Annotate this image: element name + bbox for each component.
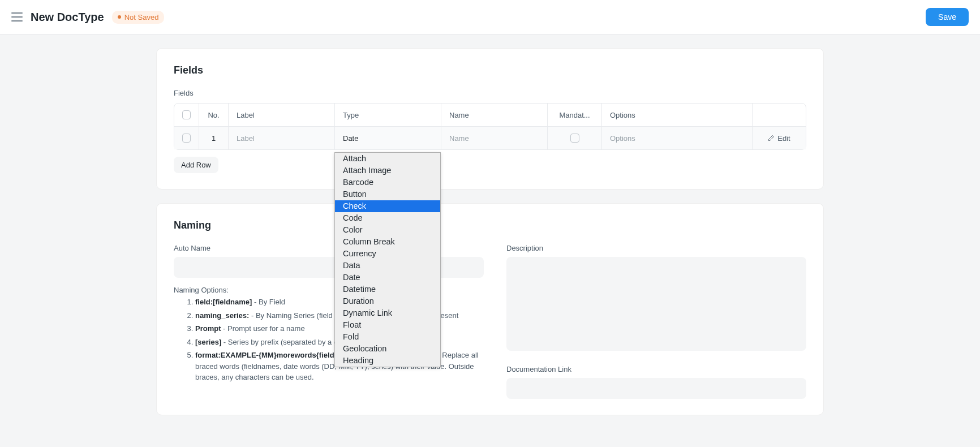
type-value: Date	[343, 134, 358, 143]
dropdown-item[interactable]: Currency	[335, 248, 440, 260]
page-title: New DocType	[31, 11, 104, 24]
label-input[interactable]	[237, 134, 326, 143]
doc-link-input[interactable]	[506, 378, 806, 399]
col-type: Type	[335, 104, 441, 126]
options-input[interactable]	[610, 134, 744, 143]
status-badge: Not Saved	[112, 11, 165, 24]
edit-row-link[interactable]: Edit	[768, 134, 790, 143]
name-input[interactable]	[449, 134, 539, 143]
dropdown-item[interactable]: Check	[335, 200, 440, 212]
row-no: 1	[199, 127, 229, 149]
dropdown-item[interactable]: Duration	[335, 295, 440, 307]
col-name: Name	[441, 104, 548, 126]
col-no: No.	[199, 104, 229, 126]
fields-section-title: Fields	[174, 65, 806, 76]
fields-table: No. Label Type Name Mandat... Options 1 …	[174, 103, 806, 150]
dropdown-item[interactable]: Attach Image	[335, 165, 440, 177]
menu-icon[interactable]	[11, 12, 23, 22]
col-options: Options	[602, 104, 753, 126]
dropdown-item[interactable]: Geolocation	[335, 343, 440, 355]
save-button[interactable]: Save	[926, 8, 969, 26]
table-row: 1 Date AttachAttach ImageBarcodeButtonCh…	[174, 127, 806, 149]
fields-sublabel: Fields	[174, 89, 806, 97]
description-label: Description	[506, 244, 806, 252]
dropdown-item[interactable]: Code	[335, 212, 440, 224]
row-checkbox[interactable]	[182, 134, 191, 143]
mandatory-checkbox[interactable]	[570, 134, 579, 143]
dropdown-item[interactable]: Barcode	[335, 177, 440, 188]
dropdown-item[interactable]: Attach	[335, 153, 440, 165]
naming-card: Naming Auto Name Naming Options: field:[…	[156, 203, 824, 415]
description-textarea[interactable]	[506, 257, 806, 351]
dropdown-item[interactable]: Column Break	[335, 236, 440, 248]
dropdown-item[interactable]: Datetime	[335, 283, 440, 295]
col-label: Label	[229, 104, 335, 126]
dropdown-item[interactable]: Dynamic Link	[335, 307, 440, 319]
dropdown-item[interactable]: Data	[335, 260, 440, 272]
page-header: New DocType Not Saved Save	[0, 0, 980, 35]
fields-card: Fields Fields No. Label Type Name Mandat…	[156, 48, 824, 190]
col-mandatory: Mandat...	[548, 104, 602, 126]
dropdown-item[interactable]: Heading	[335, 355, 440, 367]
dropdown-item[interactable]: Date	[335, 272, 440, 283]
select-all-checkbox[interactable]	[182, 110, 191, 119]
dropdown-item[interactable]: Button	[335, 188, 440, 200]
dropdown-item[interactable]: Float	[335, 319, 440, 331]
type-cell[interactable]: Date AttachAttach ImageBarcodeButtonChec…	[335, 127, 441, 149]
dropdown-item[interactable]: Color	[335, 224, 440, 236]
type-dropdown: AttachAttach ImageBarcodeButtonCheckCode…	[334, 152, 441, 367]
doc-link-label: Documentation Link	[506, 365, 806, 373]
pencil-icon	[768, 135, 775, 141]
add-row-button[interactable]: Add Row	[174, 157, 218, 173]
dropdown-item[interactable]: Fold	[335, 331, 440, 343]
table-header: No. Label Type Name Mandat... Options	[174, 104, 806, 127]
naming-section-title: Naming	[174, 220, 806, 231]
